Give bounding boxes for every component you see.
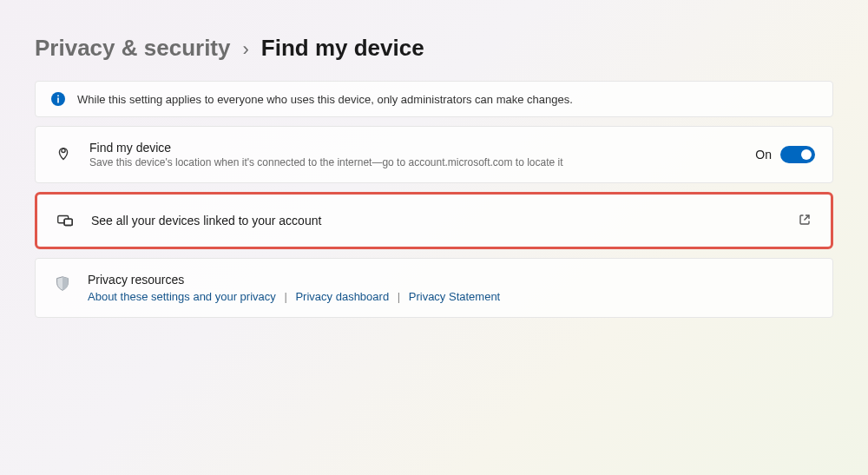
toggle-group: On [755, 146, 815, 163]
resources-links: About these settings and your privacy | … [88, 290, 815, 303]
resources-title: Privacy resources [88, 273, 815, 287]
person-location-icon [53, 144, 74, 165]
find-my-device-setting: Find my device Save this device's locati… [35, 126, 833, 183]
link-label: See all your devices linked to your acco… [91, 214, 782, 228]
setting-body: Find my device Save this device's locati… [89, 141, 740, 168]
separator: | [284, 290, 286, 303]
info-banner: While this setting applies to everyone w… [35, 81, 833, 117]
shield-icon [53, 274, 72, 294]
svg-rect-1 [57, 98, 59, 103]
separator: | [398, 290, 400, 303]
find-my-device-toggle[interactable] [780, 146, 815, 163]
link-privacy-statement[interactable]: Privacy Statement [409, 290, 501, 303]
devices-icon [55, 210, 76, 231]
setting-description: Save this device's location when it's co… [89, 156, 740, 168]
toggle-label: On [755, 148, 772, 162]
link-about-settings[interactable]: About these settings and your privacy [88, 290, 276, 303]
svg-point-3 [62, 148, 65, 152]
svg-rect-5 [64, 219, 72, 225]
link-privacy-dashboard[interactable]: Privacy dashboard [295, 290, 389, 303]
info-text: While this setting applies to everyone w… [77, 93, 573, 106]
setting-title: Find my device [89, 141, 740, 155]
chevron-right-icon: › [242, 38, 248, 61]
privacy-resources: Privacy resources About these settings a… [35, 258, 833, 318]
breadcrumb: Privacy & security › Find my device [35, 35, 833, 62]
info-icon [51, 92, 65, 106]
svg-rect-2 [57, 96, 59, 97]
breadcrumb-parent[interactable]: Privacy & security [35, 35, 230, 62]
external-link-icon [798, 213, 813, 228]
see-all-devices-link[interactable]: See all your devices linked to your acco… [35, 192, 833, 249]
page-title: Find my device [261, 35, 424, 62]
